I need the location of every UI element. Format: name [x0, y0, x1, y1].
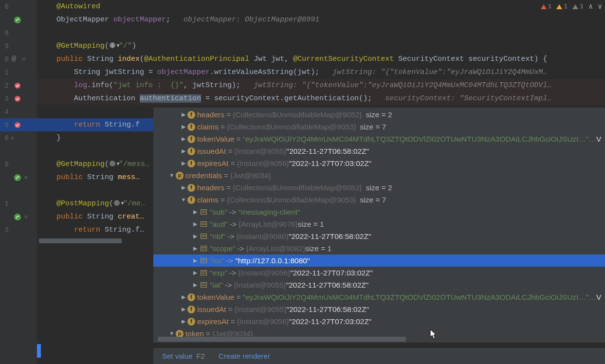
chevron-down-icon[interactable]: ▼ — [180, 194, 187, 206]
tree-node-iss[interactable]: ▶"iss"->"http://127.0.0.1:8080" — [153, 255, 605, 267]
tree-node-headers[interactable]: ▶fheaders={Collections$UnmodifiableMap@9… — [153, 109, 605, 121]
inspection-down-icon[interactable]: ∨ — [598, 2, 602, 11]
chevron-right-icon[interactable]: ▶ — [191, 218, 199, 230]
fold-marker[interactable]: ⊖ — [11, 135, 14, 141]
tree-node-claims[interactable]: ▼fclaims={Collections$UnmodifiableMap@90… — [153, 194, 605, 206]
chevron-right-icon[interactable]: ▶ — [180, 133, 187, 145]
tree-node-iat[interactable]: ▶"iat"->{Instant@9055} "2022-11-27T06:58… — [153, 279, 605, 291]
field-icon: f — [187, 184, 195, 192]
debugger-footer: Set value F2 Create renderer — [153, 347, 605, 364]
inline-hint: jwtString: "{"tokenValue":"eyJraWQiOiJiY… — [254, 81, 551, 90]
line-number: 5 — [1, 121, 9, 129]
svg-point-8 — [114, 200, 120, 206]
chevron-right-icon[interactable]: ▶ — [180, 182, 187, 194]
tree-node-credentials[interactable]: ▼pcredentials={Jwt@9034} — [153, 169, 605, 182]
map-entry-icon — [199, 281, 208, 290]
field-icon: f — [187, 123, 195, 131]
breakpoint-icon[interactable] — [13, 94, 22, 104]
map-entry-icon — [199, 244, 208, 253]
svg-point-5 — [14, 214, 21, 220]
tree-node-expiresat[interactable]: ▶fexpiresAt={Instant@9056} "2022-11-27T0… — [153, 157, 605, 169]
globe-icon[interactable]: ▾ — [113, 197, 123, 210]
chevron-right-icon[interactable]: ▶ — [180, 121, 187, 133]
field-icon: f — [187, 160, 195, 167]
chevron-right-icon[interactable]: ▶ — [191, 230, 199, 242]
line-number: 8 — [1, 161, 9, 168]
tree-node-nbf[interactable]: ▶"nbf"->{Instant@9080} "2022-11-27T06:58… — [153, 230, 605, 242]
popup-horizontal-scrollbar-thumb[interactable] — [158, 337, 406, 342]
line-number: 4 — [1, 108, 9, 116]
chevron-right-icon[interactable]: ▶ — [180, 291, 187, 303]
field-icon: f — [187, 135, 195, 143]
globe-icon[interactable]: ▾ — [109, 158, 119, 171]
inspections-widget[interactable]: 1 1 1 ∧ ∨ — [541, 2, 603, 11]
spring-bean-icon[interactable] — [13, 212, 22, 222]
code-editor[interactable]: 1 1 1 ∧ ∨ 6 8 9 0@⊖ 1 2 3 4 5 6⊖ 8 ⊕ — [0, 0, 605, 364]
breakpoint-icon[interactable] — [13, 81, 22, 91]
field-icon: f — [187, 196, 195, 204]
chevron-right-icon[interactable]: ▶ — [191, 242, 199, 255]
tree-node-scope[interactable]: ▶"scope"->{ArrayList@9082} size = 1 — [153, 242, 605, 255]
set-value-link[interactable]: Set value — [162, 352, 193, 360]
map-entry-icon — [199, 256, 208, 265]
chevron-right-icon[interactable]: ▶ — [191, 255, 199, 267]
field-icon: f — [187, 111, 195, 119]
globe-icon[interactable]: ▾ — [109, 39, 119, 53]
breakpoint-icon[interactable] — [13, 120, 22, 130]
horizontal-scrollbar-thumb[interactable] — [39, 238, 122, 243]
create-renderer-link[interactable]: Create renderer — [219, 352, 270, 360]
inspection-warning[interactable]: 1 — [556, 3, 568, 10]
svg-point-4 — [14, 174, 21, 181]
tree-node-tokenvalue[interactable]: ▶ftokenValue="eyJraWQiOiJiY2Q4MmUxMC04MT… — [153, 291, 605, 303]
inline-hint: objectMapper: ObjectMapper@8991 — [183, 16, 319, 24]
inspection-up-icon[interactable]: ∧ — [588, 2, 593, 11]
fold-marker[interactable]: ⊕ — [24, 174, 28, 181]
tree-node-exp[interactable]: ▶"exp"->{Instant@9056} "2022-11-27T07:03… — [153, 267, 605, 279]
line-number: 3 — [1, 226, 9, 234]
tree-node-aud[interactable]: ▶"aud"->{ArrayList@9078} size = 1 — [153, 218, 605, 230]
inspection-warning-count: 1 — [564, 3, 568, 10]
selected-word: authentication — [140, 94, 201, 103]
chevron-right-icon[interactable]: ▶ — [191, 279, 199, 291]
chevron-right-icon[interactable]: ▶ — [180, 315, 187, 328]
field-icon: f — [187, 147, 195, 155]
fold-marker[interactable]: ⊖ — [22, 56, 26, 62]
tree-node-issuedat[interactable]: ▶fissuedAt={Instant@9055} "2022-11-27T06… — [153, 145, 605, 157]
inspection-error[interactable]: 1 — [541, 3, 552, 10]
map-entry-icon — [199, 208, 208, 217]
tree-node-claims[interactable]: ▶fclaims={Collections$UnmodifiableMap@90… — [153, 121, 605, 133]
chevron-down-icon[interactable]: ▼ — [168, 169, 176, 182]
line-number: 1 — [1, 69, 9, 76]
map-entry-icon — [199, 232, 208, 241]
tree-node-sub[interactable]: ▶"sub"->"messaging-client" — [153, 206, 605, 218]
chevron-right-icon[interactable]: ▶ — [191, 206, 199, 218]
chevron-right-icon[interactable]: ▶ — [180, 157, 187, 169]
inspection-error-count: 1 — [548, 3, 552, 10]
chevron-right-icon[interactable]: ▶ — [180, 145, 187, 157]
line-number: 9 — [1, 42, 9, 50]
map-entry-icon — [199, 269, 208, 277]
tree-node-tokenvalue[interactable]: ▶ftokenValue="eyJraWQiOiJiY2Q4MmUxMC04MT… — [153, 133, 605, 145]
override-icon[interactable]: @ — [12, 55, 20, 63]
chevron-right-icon[interactable]: ▶ — [191, 267, 199, 279]
tree-node-headers[interactable]: ▶fheaders={Collections$UnmodifiableMap@9… — [153, 182, 605, 194]
tree-node-expiresat[interactable]: ▶fexpiresAt={Instant@9056} "2022-11-27T0… — [153, 315, 605, 328]
property-icon: p — [176, 172, 183, 180]
line-number: 3 — [1, 95, 9, 103]
spring-bean-icon[interactable] — [13, 15, 22, 25]
fold-marker[interactable]: ⊖ — [24, 214, 28, 220]
svg-point-0 — [14, 17, 21, 23]
debugger-inspect-popup[interactable]: ▶fheaders={Collections$UnmodifiableMap@9… — [153, 108, 605, 343]
chevron-right-icon[interactable]: ▶ — [180, 303, 187, 315]
tree-node-issuedat[interactable]: ▶fissuedAt={Instant@9055} "2022-11-27T06… — [153, 303, 605, 315]
spring-bean-icon[interactable] — [13, 173, 22, 182]
map-entry-icon — [199, 220, 208, 229]
svg-point-7 — [110, 161, 115, 166]
editor-gutter[interactable]: 6 8 9 0@⊖ 1 2 3 4 5 6⊖ 8 ⊕ 1 ⊖ — [0, 0, 37, 364]
inline-hint: securityContext: "SecurityContextImpl… — [385, 94, 551, 103]
line-number: 1 — [1, 200, 9, 208]
inspection-weak-count: 1 — [580, 3, 584, 10]
inspection-weak[interactable]: 1 — [572, 3, 584, 10]
chevron-right-icon[interactable]: ▶ — [180, 109, 187, 121]
debugger-tree[interactable]: ▶fheaders={Collections$UnmodifiableMap@9… — [153, 108, 605, 340]
